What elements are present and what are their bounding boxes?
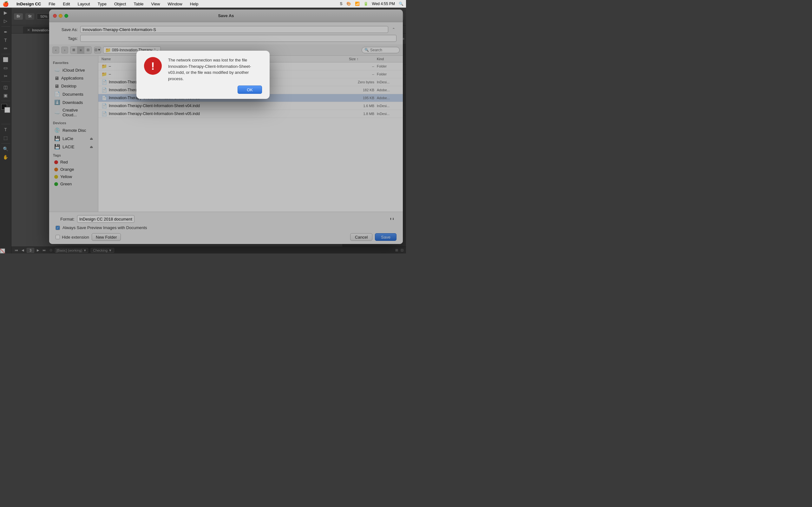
alert-ok-button[interactable]: OK (238, 86, 262, 94)
menubar-right: S 🎨 📶 🔋 Wed 4:55 PM 🔍 (340, 2, 404, 6)
creative-cloud-icon: 🎨 (346, 2, 351, 6)
alert-message: The network connection was lost for the … (168, 57, 262, 82)
alert-error-circle: ! (144, 57, 162, 75)
menu-edit[interactable]: Edit (61, 2, 71, 6)
menu-view[interactable]: View (150, 2, 161, 6)
alert-overlay: ! The network connection was lost for th… (0, 0, 406, 253)
menu-type[interactable]: Type (96, 2, 108, 6)
battery-icon: 🔋 (363, 2, 368, 6)
menu-object[interactable]: Object (113, 2, 128, 6)
menu-help[interactable]: Help (189, 2, 200, 6)
alert-buttons: OK (144, 86, 262, 94)
menu-file[interactable]: File (47, 2, 56, 6)
search-icon[interactable]: 🔍 (399, 2, 403, 6)
menu-window[interactable]: Window (166, 2, 184, 6)
apple-menu[interactable]: 🍎 (3, 1, 9, 7)
alert-content: ! The network connection was lost for th… (144, 57, 262, 82)
alert-text-area: The network connection was lost for the … (168, 57, 262, 82)
system-icon-s: S (340, 2, 343, 6)
clock: Wed 4:55 PM (372, 2, 395, 6)
menubar: 🍎 InDesign CC File Edit Layout Type Obje… (0, 0, 406, 8)
wifi-icon: 📶 (355, 2, 360, 6)
alert-exclamation-icon: ! (151, 60, 154, 71)
menu-table[interactable]: Table (132, 2, 145, 6)
alert-dialog: ! The network connection was lost for th… (136, 51, 270, 99)
app-name[interactable]: InDesign CC (15, 2, 42, 6)
alert-icon: ! (144, 57, 163, 76)
menu-layout[interactable]: Layout (77, 2, 91, 6)
